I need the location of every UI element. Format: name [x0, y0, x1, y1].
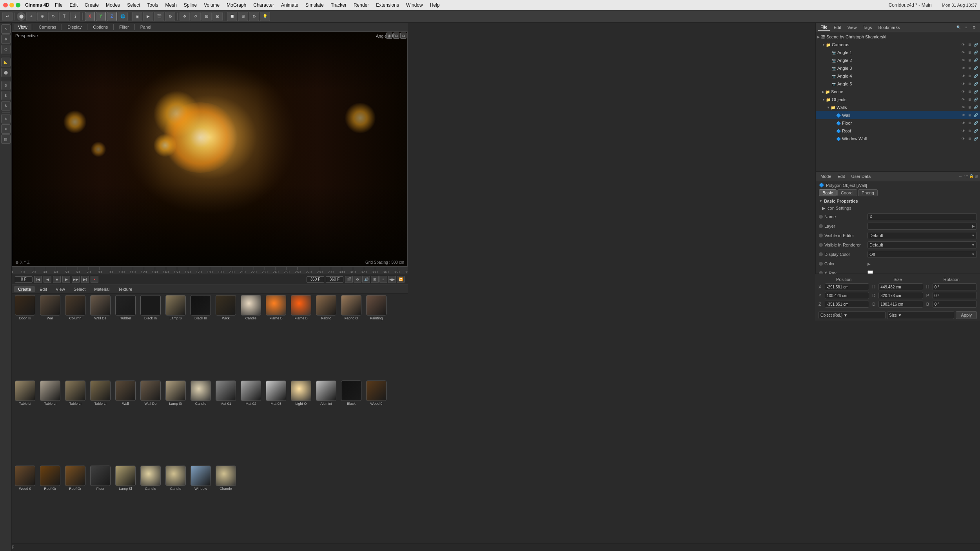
obj-icon-btn-0[interactable]: 👁	[960, 129, 966, 133]
rot-b-input[interactable]: 0 °	[933, 301, 977, 308]
menu-mesh[interactable]: Mesh	[162, 2, 180, 9]
object-rel-select[interactable]: Object (Rel.) ▼	[818, 311, 886, 319]
material-item-20[interactable]: Wall De	[139, 381, 162, 406]
material-item-29[interactable]: Wood 0	[365, 381, 388, 406]
play-btn[interactable]: ▶	[62, 276, 70, 283]
mode-btn-3[interactable]: ⊕	[37, 12, 47, 21]
material-item-18[interactable]: Table Li	[89, 381, 112, 406]
rotate-tool[interactable]: ↻	[191, 12, 201, 21]
obj-expand-arrow[interactable]: ▼	[822, 98, 825, 102]
props-up-icon[interactable]: ↑	[963, 174, 965, 178]
pb-icon-5[interactable]: ≡	[379, 276, 387, 283]
xray-checkbox[interactable]	[867, 270, 873, 274]
prop-vis-renderer-value[interactable]: Default ▼	[867, 241, 977, 248]
menu-character[interactable]: Character	[250, 2, 277, 9]
obj-icon-btn-0[interactable]: 👁	[960, 90, 966, 94]
obj-icon-btn-2[interactable]: 🔗	[973, 121, 978, 125]
rot-h-input[interactable]: 0 °	[933, 283, 977, 290]
material-item-24[interactable]: Mat 02	[239, 381, 263, 406]
mat-tab-texture[interactable]: Texture	[114, 286, 136, 292]
obj-row-angle-2[interactable]: 📷Angle 2👁🖥🔗	[816, 56, 980, 64]
left-tool-1[interactable]: ↖	[1, 24, 11, 34]
left-tool-s3[interactable]: $	[1, 101, 11, 111]
left-tool-s2[interactable]: $	[1, 91, 11, 100]
options-btn[interactable]: ⚙	[249, 12, 259, 21]
viewport-corner-btn-1[interactable]: ⊞	[386, 33, 392, 39]
left-tool-2[interactable]: ✥	[1, 34, 11, 44]
menu-simulate[interactable]: Simulate	[302, 2, 327, 9]
props-tab-edit[interactable]: Edit	[835, 173, 848, 179]
material-item-34[interactable]: Lamp Sl	[114, 466, 137, 491]
props-lock-icon[interactable]: 🔒	[969, 174, 974, 178]
obj-tab-file[interactable]: File	[818, 24, 830, 31]
vib-tab-panel[interactable]: Panel	[136, 24, 155, 30]
obj-row-walls[interactable]: ▼📁Walls👁🖥🔗	[816, 103, 980, 111]
material-item-25[interactable]: Mat 03	[264, 381, 288, 406]
timeline-ruler-inner[interactable]: 0102030405060708090100110120130140150160…	[12, 267, 408, 274]
obj-settings-icon[interactable]: ⚙	[971, 24, 978, 31]
apply-button[interactable]: Apply	[956, 311, 977, 319]
undo-button[interactable]: ↩	[2, 12, 13, 21]
obj-icon-btn-2[interactable]: 🔗	[973, 90, 978, 94]
rot-p-input[interactable]: 0 °	[933, 292, 977, 299]
obj-icon-btn-1[interactable]: 🖥	[967, 137, 972, 141]
end-frame-2[interactable]: 360 F	[326, 276, 343, 283]
menu-create[interactable]: Create	[82, 2, 102, 9]
axis-z[interactable]: Z	[107, 12, 117, 21]
obj-row-angle-5[interactable]: 📷Angle 5👁🖥🔗	[816, 80, 980, 88]
obj-row-scene[interactable]: ▶📁Scene👁🖥🔗	[816, 88, 980, 96]
obj-row-window-wall[interactable]: 🔷Window Wall👁🖥🔗	[816, 135, 980, 143]
obj-icon-btn-1[interactable]: 🖥	[967, 82, 972, 86]
size-select[interactable]: Size ▼	[887, 311, 954, 319]
vib-tab-display[interactable]: Display	[64, 24, 85, 30]
material-item-35[interactable]: Candle	[139, 466, 162, 491]
end-frame-1[interactable]: 360 F	[307, 276, 324, 283]
menu-extensions[interactable]: Extensions	[373, 2, 402, 9]
mat-tab-select[interactable]: Select	[70, 286, 90, 292]
obj-icon-btn-1[interactable]: 🖥	[967, 98, 972, 102]
menu-help[interactable]: Help	[427, 2, 443, 9]
obj-search-icon[interactable]: 🔍	[955, 24, 962, 31]
material-item-37[interactable]: Window	[189, 466, 212, 491]
material-item-36[interactable]: Candle	[164, 466, 187, 491]
material-item-26[interactable]: Light O	[289, 381, 313, 406]
prop-dot-color[interactable]	[819, 262, 823, 266]
viewport-corner-btn-3[interactable]: ⊡	[400, 33, 407, 39]
menu-animate[interactable]: Animate	[278, 2, 301, 9]
snap-btn[interactable]: 🔲	[227, 12, 237, 21]
obj-icon-btn-1[interactable]: 🖥	[967, 105, 972, 109]
material-item-0[interactable]: Door Hi	[13, 295, 37, 321]
material-item-33[interactable]: Floor	[89, 466, 112, 491]
obj-icon-btn-2[interactable]: 🔗	[973, 43, 978, 47]
render-settings-btn[interactable]: ⚙	[165, 12, 175, 21]
axis-y[interactable]: Y	[96, 12, 106, 21]
menu-tracker[interactable]: Tracker	[328, 2, 350, 9]
obj-row-cameras[interactable]: ▼📁Cameras👁🖥🔗	[816, 41, 980, 49]
obj-expand-arrow[interactable]: ▶	[817, 35, 820, 39]
obj-icon-btn-2[interactable]: 🔗	[973, 58, 978, 62]
menu-render[interactable]: Render	[350, 2, 372, 9]
mat-tab-create[interactable]: Create	[14, 286, 35, 292]
obj-icon-btn-1[interactable]: 🖥	[967, 51, 972, 54]
prop-name-value[interactable]: X	[867, 213, 977, 220]
mode-btn-1[interactable]: ⬤	[17, 12, 25, 21]
menu-select[interactable]: Select	[124, 2, 143, 9]
vib-tab-cameras[interactable]: Cameras	[35, 24, 60, 30]
obj-row-floor[interactable]: 🔷Floor👁🖥🔗	[816, 119, 980, 127]
obj-icon-btn-2[interactable]: 🔗	[973, 129, 978, 133]
color-arrow-icon[interactable]: ▶	[867, 262, 871, 266]
left-tool-7[interactable]: ≡	[1, 124, 11, 134]
obj-icon-btn-0[interactable]: 👁	[960, 113, 966, 117]
obj-icon-btn-1[interactable]: 🖥	[967, 121, 972, 125]
viewport-corner-btn-2[interactable]: ⊟	[393, 33, 399, 39]
pb-icon-7[interactable]: 🔁	[397, 276, 405, 283]
render-btn[interactable]: ▶	[143, 12, 153, 21]
material-item-28[interactable]: Black	[339, 381, 363, 406]
menu-spline[interactable]: Spline	[181, 2, 200, 9]
size-h-input[interactable]: 449.482 cm	[878, 283, 923, 290]
size-d-input[interactable]: 320.178 cm	[878, 292, 923, 299]
vib-tab-view[interactable]: View	[14, 24, 31, 30]
go-start-btn[interactable]: |◀	[34, 276, 42, 283]
vib-tab-options[interactable]: Options	[89, 24, 112, 30]
props-expand-icon[interactable]: ⊞	[975, 174, 978, 178]
